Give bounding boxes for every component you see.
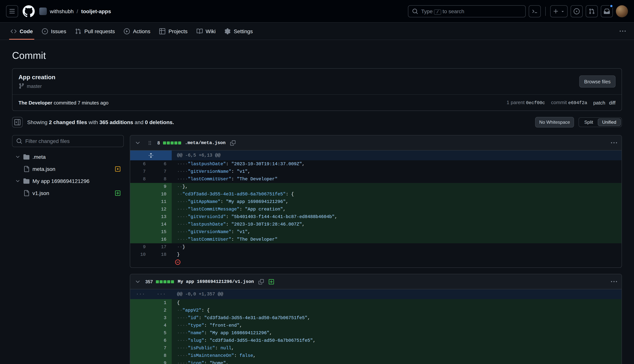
old-line-number[interactable] <box>130 183 151 190</box>
breadcrumb-repo[interactable]: tooljet-apps <box>81 8 111 14</box>
toggle-file-tree-button[interactable] <box>12 117 23 128</box>
old-line-number[interactable]: 6 <box>130 160 151 168</box>
tab-settings[interactable]: Settings <box>220 23 257 40</box>
slash-key-hint: / <box>434 9 441 14</box>
diff-code-cell: ····"lastCommitUser": "The Developer" <box>172 236 621 243</box>
new-line-number[interactable]: 9 <box>151 360 172 364</box>
global-search-input[interactable]: Type / to search <box>408 5 526 17</box>
diff-code-cell: ····"id": "cd3f3a6d-3d55-4e31-ad50-6a7b0… <box>172 314 621 322</box>
old-line-number[interactable] <box>130 221 151 228</box>
diff-code-cell: ····"slug": "cd3f3a6d-3d55-4e31-ad50-6a7… <box>172 337 621 344</box>
old-line-number[interactable] <box>130 307 151 314</box>
tree-folder-my-app[interactable]: My app 1698694121296 <box>12 175 124 187</box>
old-line-number[interactable] <box>130 314 151 322</box>
diff-code-cell: ····"isPublic": null, <box>172 344 621 352</box>
file-options-button[interactable] <box>609 138 618 147</box>
breadcrumb-owner[interactable]: withshubh <box>50 8 74 14</box>
old-line-number[interactable]: 8 <box>130 176 151 183</box>
new-line-number[interactable]: 1 <box>151 299 172 307</box>
tab-projects[interactable]: Projects <box>155 23 192 40</box>
notifications-button[interactable] <box>601 5 613 17</box>
patch-link[interactable]: patch <box>593 100 605 106</box>
drag-handle-icon[interactable] <box>145 138 154 147</box>
old-line-number[interactable] <box>130 337 151 344</box>
old-line-number[interactable] <box>130 329 151 337</box>
copy-path-button[interactable] <box>229 138 237 147</box>
new-line-number[interactable]: 6 <box>151 337 172 344</box>
diff-link[interactable]: diff <box>609 100 615 106</box>
old-line-number[interactable] <box>130 322 151 329</box>
new-line-number[interactable]: 8 <box>151 176 172 183</box>
old-line-number[interactable]: 7 <box>130 168 151 176</box>
collapse-file-button[interactable] <box>133 138 142 147</box>
parent-sha[interactable]: 0ecf00c <box>526 100 545 106</box>
new-line-number[interactable]: 14 <box>151 221 172 228</box>
file-path[interactable]: .meta/meta.json <box>185 140 226 146</box>
nav-overflow-button[interactable] <box>617 26 628 36</box>
tree-file-meta-json[interactable]: meta.json <box>12 163 124 175</box>
tab-actions[interactable]: Actions <box>120 23 155 40</box>
create-new-button[interactable] <box>550 5 567 17</box>
new-line-number[interactable]: 13 <box>151 213 172 221</box>
file-icon <box>24 190 30 196</box>
issues-header-button[interactable] <box>571 5 583 17</box>
old-line-number[interactable] <box>130 360 151 364</box>
old-line-number[interactable]: 10 <box>130 251 151 258</box>
new-line-number[interactable]: 7 <box>151 168 172 176</box>
new-line-number[interactable]: 7 <box>151 344 172 352</box>
expand-hunk-button[interactable] <box>130 150 172 160</box>
command-palette-button[interactable] <box>529 5 541 17</box>
three-bars-icon <box>9 8 15 14</box>
diff-line: 2··"appV2": { <box>130 307 621 314</box>
new-line-number[interactable]: 16 <box>151 236 172 243</box>
new-line-number[interactable]: 5 <box>151 329 172 337</box>
tab-wiki[interactable]: Wiki <box>192 23 220 40</box>
new-line-number[interactable]: 17 <box>151 243 172 251</box>
old-line-number[interactable] <box>130 352 151 360</box>
new-line-number[interactable]: 2 <box>151 307 172 314</box>
new-line-number[interactable]: 15 <box>151 228 172 236</box>
new-line-number[interactable]: 18 <box>151 251 172 258</box>
tree-file-v1-json[interactable]: v1.json <box>12 187 124 199</box>
diff-line: 15····"gitVersionName": "v1", <box>130 228 621 236</box>
old-line-number[interactable] <box>130 213 151 221</box>
whitespace-toggle-button[interactable]: No Whitespace <box>535 117 574 128</box>
chevron-down-icon <box>15 154 20 160</box>
unified-view-button[interactable]: Unified <box>597 118 621 126</box>
code-icon <box>11 28 17 34</box>
github-logo-icon[interactable] <box>23 5 35 17</box>
new-line-number[interactable]: 10 <box>151 190 172 198</box>
issue-opened-icon <box>574 8 580 14</box>
new-line-number[interactable]: 12 <box>151 206 172 213</box>
old-line-number[interactable]: 9 <box>130 243 151 251</box>
split-view-button[interactable]: Split <box>580 118 598 126</box>
tab-code[interactable]: Code <box>6 23 37 40</box>
new-line-number[interactable]: 9 <box>151 183 172 190</box>
tree-folder-meta[interactable]: .meta <box>12 151 124 163</box>
user-avatar[interactable] <box>616 5 628 17</box>
pull-requests-header-button[interactable] <box>586 5 598 17</box>
old-line-number[interactable] <box>130 344 151 352</box>
copy-path-button[interactable] <box>257 278 265 286</box>
old-line-number[interactable] <box>130 299 151 307</box>
tab-issues[interactable]: Issues <box>37 23 71 40</box>
branch-name[interactable]: master <box>27 83 42 89</box>
file-filter-input[interactable] <box>25 138 120 144</box>
collapse-file-button[interactable] <box>133 277 142 286</box>
new-line-number[interactable]: 3 <box>151 314 172 322</box>
old-line-number[interactable] <box>130 236 151 243</box>
old-line-number[interactable] <box>130 190 151 198</box>
file-options-button[interactable] <box>609 277 618 286</box>
new-line-number[interactable]: 4 <box>151 322 172 329</box>
new-line-number[interactable]: 11 <box>151 198 172 206</box>
old-line-number[interactable] <box>130 228 151 236</box>
file-path[interactable]: My app 1698694121296/v1.json <box>178 279 254 284</box>
commit-author[interactable]: The Developer <box>19 100 52 106</box>
hamburger-menu-button[interactable] <box>6 5 18 17</box>
new-line-number[interactable]: 8 <box>151 352 172 360</box>
old-line-number[interactable] <box>130 198 151 206</box>
new-line-number[interactable]: 6 <box>151 160 172 168</box>
browse-files-button[interactable]: Browse files <box>579 76 615 88</box>
tab-pull-requests[interactable]: Pull requests <box>71 23 120 40</box>
old-line-number[interactable] <box>130 206 151 213</box>
